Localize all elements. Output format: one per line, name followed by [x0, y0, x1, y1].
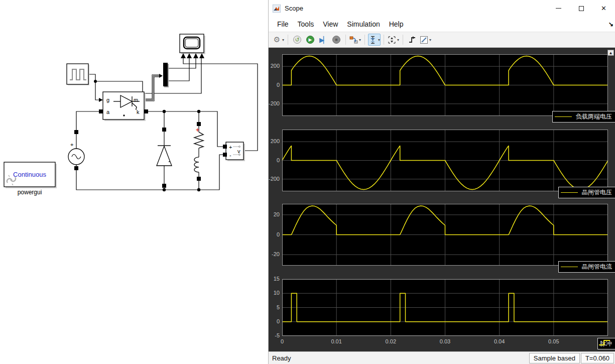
trigger-button[interactable] — [406, 34, 418, 46]
window-title: Scope — [285, 5, 547, 12]
chevron-down-icon: ▾ — [359, 38, 361, 42]
y-axis-ticks: -2000200 — [269, 130, 281, 191]
chevron-down-icon: ▾ — [429, 38, 431, 42]
thyristor-g-label: g — [106, 97, 109, 103]
vm-plus-label: + — [229, 144, 232, 150]
plot-pulse[interactable]: -5051015 00.010.020.030.040.05 脉冲 — [282, 279, 608, 336]
plot-thyristor-current[interactable]: -20020 晶闸管电流 — [282, 204, 608, 266]
matlab-icon — [273, 5, 281, 13]
axes-menu-icon[interactable]: ▲ — [607, 50, 614, 56]
legend-label: 晶闸管电压 — [582, 188, 612, 197]
circuit-wires[interactable] — [76, 111, 226, 190]
anode-port — [99, 109, 103, 113]
maximize-button[interactable] — [570, 0, 592, 17]
demux-block[interactable] — [163, 63, 169, 87]
run-button[interactable]: ▶ — [304, 34, 316, 46]
y-axis-ticks: -20020 — [269, 204, 281, 266]
legend-label: 负载两端电压 — [576, 112, 612, 121]
menu-file[interactable]: File — [273, 18, 293, 30]
powergui-mode-label: Continuous — [13, 171, 46, 178]
gear-icon: ⚙ — [273, 36, 281, 44]
scope-window: Scope ✕ File Tools View Simulation Help … — [268, 0, 615, 364]
status-text: Ready — [269, 354, 529, 362]
menu-bar: File Tools View Simulation Help ↘ — [269, 17, 615, 32]
chevron-down-icon: ▾ — [282, 38, 284, 42]
source-polarity-label: + — [70, 142, 73, 148]
powergui-name-label: powergui — [18, 189, 42, 196]
dock-arrow-icon[interactable]: ↘ — [608, 21, 613, 28]
step-forward-button[interactable]: ▶▏ — [317, 34, 329, 46]
thyristor-block[interactable]: g a m k — [99, 92, 148, 121]
x-axis-ticks: 00.010.020.030.040.05 — [282, 336, 608, 344]
chevron-down-icon: ▾ — [378, 38, 380, 42]
measurement-vector-wire[interactable] — [144, 74, 163, 100]
legend-line-icon — [561, 267, 578, 267]
legend-line-icon — [555, 116, 572, 117]
menu-help[interactable]: Help — [385, 18, 408, 30]
scale-axes-icon — [388, 36, 396, 44]
thyristor-k-label: k — [137, 109, 140, 115]
step-back-button[interactable]: ↺ — [291, 34, 303, 46]
run-icon: ▶ — [306, 36, 314, 44]
step-forward-icon: ▶▏ — [319, 36, 328, 44]
screen: g a m k — [0, 0, 615, 364]
simulink-model-canvas: g a m k — [0, 0, 268, 364]
highlight-block-icon — [349, 36, 358, 44]
vm-minus-label: - — [229, 152, 231, 158]
toolbar: ⚙ ▾ ↺ ▶ ▶▏ ■ — [269, 32, 615, 48]
vm-v-label: v — [237, 148, 240, 154]
legend-thyristor-current[interactable]: 晶闸管电流 — [558, 261, 615, 273]
stop-icon: ■ — [332, 36, 340, 44]
scope-display-area: ▲ -2000200 负载两端电压 -2000200 晶闸管电压 -20020 — [269, 48, 615, 351]
pulse-generator-block[interactable] — [67, 64, 89, 85]
title-bar: Scope ✕ — [269, 0, 615, 17]
gate-input-port — [99, 98, 103, 102]
scope-block[interactable] — [180, 34, 205, 58]
trigger-icon — [408, 36, 417, 44]
chevron-down-icon: ▾ — [397, 38, 399, 42]
minimize-button[interactable] — [547, 0, 570, 17]
cathode-port — [144, 109, 148, 113]
measurements-button[interactable]: ▾ — [419, 34, 432, 46]
status-sample-mode: Sample based — [529, 353, 580, 363]
thyristor-a-label: a — [106, 109, 110, 115]
y-axis-ticks: -5051015 — [269, 279, 281, 336]
menu-simulation[interactable]: Simulation — [342, 18, 384, 30]
menu-view[interactable]: View — [318, 18, 342, 30]
legend-label: 晶闸管电流 — [582, 263, 612, 271]
stop-button[interactable]: ■ — [330, 34, 342, 46]
resistor-symbol — [194, 132, 203, 148]
legend-thyristor-voltage[interactable]: 晶闸管电压 — [558, 187, 615, 198]
legend-load-voltage[interactable]: 负载两端电压 — [552, 111, 615, 123]
inductor-symbol — [194, 157, 199, 172]
thyristor-m-label: m — [134, 97, 138, 103]
voltage-measurement-block[interactable]: + - v — [223, 142, 245, 161]
status-bar: Ready Sample based T=0.060 — [269, 351, 615, 364]
plot-thyristor-voltage[interactable]: -2000200 晶闸管电压 — [282, 130, 608, 191]
status-sim-time: T=0.060 — [581, 353, 614, 363]
plot-load-voltage[interactable]: -2000200 负载两端电压 — [282, 54, 608, 116]
settings-button[interactable]: ⚙ ▾ — [272, 34, 285, 46]
legend-stair-icon — [598, 338, 613, 346]
legend-pulse[interactable]: 脉冲 — [597, 338, 615, 349]
cursor-measurements-button[interactable]: ▾ — [368, 34, 381, 46]
menu-tools[interactable]: Tools — [293, 18, 319, 30]
scale-axes-button[interactable]: ▾ — [387, 34, 400, 46]
close-button[interactable]: ✕ — [592, 0, 615, 17]
cursor-measurements-icon — [368, 36, 377, 44]
step-back-icon: ↺ — [293, 36, 301, 44]
y-axis-ticks: -2000200 — [269, 54, 281, 116]
rlc-polarity-label: + — [196, 127, 199, 134]
highlight-block-button[interactable]: ▾ — [349, 34, 361, 46]
legend-line-icon — [561, 192, 578, 193]
powergui-block[interactable]: Continuous powergui — [4, 162, 57, 196]
model-svg: g a m k — [0, 0, 268, 364]
measurements-icon — [420, 36, 428, 44]
